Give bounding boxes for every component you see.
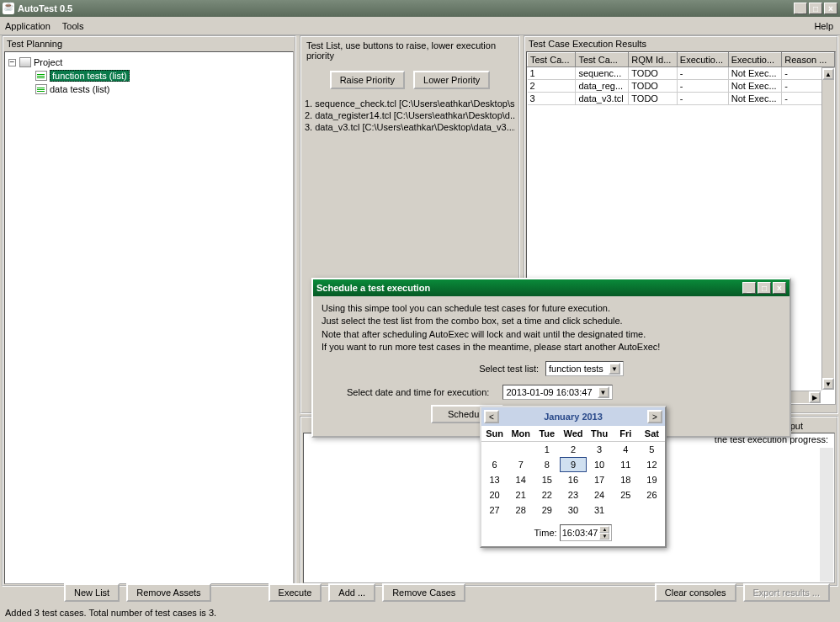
dialog-text: Using this simpe tool you can schedule t… bbox=[322, 302, 781, 314]
calendar-day[interactable]: 6 bbox=[481, 457, 508, 472]
vertical-scrollbar[interactable]: ▲ ▼ bbox=[821, 67, 835, 391]
col-header[interactable]: Test Ca... bbox=[528, 53, 576, 67]
tree-item[interactable]: function tests (list) bbox=[35, 69, 290, 82]
calendar-day[interactable]: 15 bbox=[534, 472, 560, 487]
prev-month-button[interactable]: < bbox=[484, 410, 499, 423]
export-results-button: Export results ... bbox=[743, 583, 830, 602]
chevron-down-icon[interactable]: ▼ bbox=[598, 386, 609, 398]
results-title: Test Case Execution Results bbox=[525, 37, 837, 51]
collapse-icon[interactable]: − bbox=[8, 59, 16, 66]
calendar-day[interactable]: 27 bbox=[481, 502, 508, 518]
minimize-button[interactable]: _ bbox=[794, 3, 807, 14]
dialog-title: Schedule a test execution bbox=[316, 283, 430, 293]
tree-item-label: function tests (list) bbox=[50, 70, 130, 82]
status-bar: Added 3 test cases. Total number of test… bbox=[2, 607, 838, 620]
test-list-combo[interactable]: function tests ▼ bbox=[545, 361, 624, 376]
calendar-day[interactable]: 25 bbox=[613, 487, 639, 502]
calendar-day[interactable]: 20 bbox=[481, 487, 508, 502]
test-list-items[interactable]: 1. sequence_check.tcl [C:\Users\eathkar\… bbox=[301, 96, 518, 135]
calendar-day bbox=[639, 502, 665, 518]
calendar-day[interactable]: 2 bbox=[560, 442, 586, 457]
dialog-minimize-button[interactable]: _ bbox=[742, 282, 756, 294]
calendar-day[interactable]: 10 bbox=[587, 457, 613, 472]
close-button[interactable]: × bbox=[824, 3, 837, 14]
calendar-day[interactable]: 24 bbox=[587, 487, 613, 502]
java-icon bbox=[3, 3, 14, 14]
test-tree[interactable]: − Project function tests (list) data tes… bbox=[4, 51, 294, 584]
lower-priority-button[interactable]: Lower Priority bbox=[413, 71, 490, 89]
next-month-button[interactable]: > bbox=[647, 410, 662, 423]
menu-help[interactable]: Help bbox=[814, 21, 833, 31]
col-header[interactable]: Executio... bbox=[677, 53, 728, 67]
tree-root[interactable]: − Project bbox=[8, 56, 290, 69]
col-header[interactable]: RQM Id... bbox=[629, 53, 677, 67]
new-list-button[interactable]: New List bbox=[64, 583, 120, 602]
calendar-day[interactable]: 26 bbox=[639, 487, 665, 502]
calendar-day-header: Tue bbox=[534, 426, 560, 442]
col-header[interactable]: Executio... bbox=[728, 53, 782, 67]
calendar-day[interactable]: 4 bbox=[613, 442, 639, 457]
execute-button[interactable]: Execute bbox=[268, 583, 322, 602]
dialog-maximize-button[interactable]: □ bbox=[758, 282, 771, 294]
calendar-day bbox=[481, 442, 508, 457]
calendar-day[interactable]: 14 bbox=[508, 472, 534, 487]
remove-cases-button[interactable]: Remove Cases bbox=[382, 583, 465, 602]
dialog-titlebar[interactable]: Schedule a test execution _ □ × bbox=[313, 279, 789, 296]
calendar-day[interactable]: 7 bbox=[508, 457, 534, 472]
bottom-toolbar: New List Remove Assets Execute Add ... R… bbox=[3, 580, 837, 605]
calendar-day[interactable]: 28 bbox=[508, 502, 534, 518]
table-row[interactable]: 1 sequenc... TODO - Not Exec... - bbox=[528, 67, 835, 80]
datetime-combo[interactable]: 2013-01-09 16:03:47 ▼ bbox=[502, 385, 612, 400]
raise-priority-button[interactable]: Raise Priority bbox=[330, 71, 405, 89]
calendar-day-header: Fri bbox=[613, 426, 639, 442]
table-row[interactable]: 3 data_v3.tcl TODO - Not Exec... - bbox=[528, 93, 835, 105]
tree-item[interactable]: data tests (list) bbox=[35, 82, 290, 96]
spin-up-icon[interactable]: ▲ bbox=[599, 526, 609, 533]
combo-value: function tests bbox=[549, 364, 603, 374]
col-header[interactable]: Reason ... bbox=[782, 53, 835, 67]
calendar-day[interactable]: 3 bbox=[587, 442, 613, 457]
calendar-day[interactable]: 23 bbox=[560, 487, 586, 502]
menu-tools[interactable]: Tools bbox=[62, 21, 84, 31]
scroll-down-icon[interactable]: ▼ bbox=[822, 378, 834, 390]
list-item[interactable]: 2. data_register14.tcl [C:\Users\eathkar… bbox=[305, 109, 515, 121]
calendar-day[interactable]: 31 bbox=[587, 502, 613, 518]
scroll-right-icon[interactable]: ▶ bbox=[809, 391, 821, 403]
calendar-day[interactable]: 13 bbox=[481, 472, 508, 487]
time-spinner[interactable]: 16:03:47 ▲ ▼ bbox=[560, 524, 613, 541]
time-label: Time: bbox=[534, 528, 557, 538]
maximize-button[interactable]: □ bbox=[809, 3, 822, 14]
col-header[interactable]: Test Ca... bbox=[576, 53, 629, 67]
calendar-day[interactable]: 21 bbox=[508, 487, 534, 502]
folder-icon bbox=[19, 57, 31, 67]
calendar-day[interactable]: 18 bbox=[613, 472, 639, 487]
calendar-day[interactable]: 12 bbox=[639, 457, 665, 472]
calendar-day[interactable]: 17 bbox=[587, 472, 613, 487]
calendar-day[interactable]: 16 bbox=[560, 472, 586, 487]
results-table[interactable]: Test Ca... Test Ca... RQM Id... Executio… bbox=[527, 52, 835, 105]
calendar-day[interactable]: 1 bbox=[534, 442, 560, 457]
list-item[interactable]: 1. sequence_check.tcl [C:\Users\eathkar\… bbox=[305, 98, 515, 109]
calendar-day[interactable]: 9 bbox=[560, 457, 586, 472]
calendar-day[interactable]: 22 bbox=[534, 487, 560, 502]
table-row[interactable]: 2 data_reg... TODO - Not Exec... - bbox=[528, 80, 835, 93]
dialog-close-button[interactable]: × bbox=[773, 282, 786, 294]
add-button[interactable]: Add ... bbox=[328, 583, 375, 602]
calendar-day[interactable]: 5 bbox=[639, 442, 665, 457]
calendar-day[interactable]: 8 bbox=[534, 457, 560, 472]
calendar-day[interactable]: 19 bbox=[639, 472, 665, 487]
test-planning-panel: Test Planning − Project function tests (… bbox=[2, 35, 296, 587]
date-picker: < January 2013 > SunMonTueWedThuFriSat12… bbox=[480, 406, 667, 548]
chevron-down-icon[interactable]: ▼ bbox=[609, 363, 620, 375]
spin-down-icon[interactable]: ▼ bbox=[599, 533, 609, 540]
vertical-scrollbar[interactable] bbox=[820, 448, 833, 582]
remove-assets-button[interactable]: Remove Assets bbox=[126, 583, 210, 602]
calendar-day-header: Sat bbox=[639, 426, 665, 442]
menu-application[interactable]: Application bbox=[5, 21, 51, 31]
scroll-up-icon[interactable]: ▲ bbox=[822, 68, 834, 80]
clear-consoles-button[interactable]: Clear consoles bbox=[655, 583, 736, 602]
calendar-day[interactable]: 11 bbox=[613, 457, 639, 472]
calendar-day[interactable]: 30 bbox=[560, 502, 586, 518]
list-item[interactable]: 3. data_v3.tcl [C:\Users\eathkar\Desktop… bbox=[305, 121, 515, 133]
calendar-day[interactable]: 29 bbox=[534, 502, 560, 518]
